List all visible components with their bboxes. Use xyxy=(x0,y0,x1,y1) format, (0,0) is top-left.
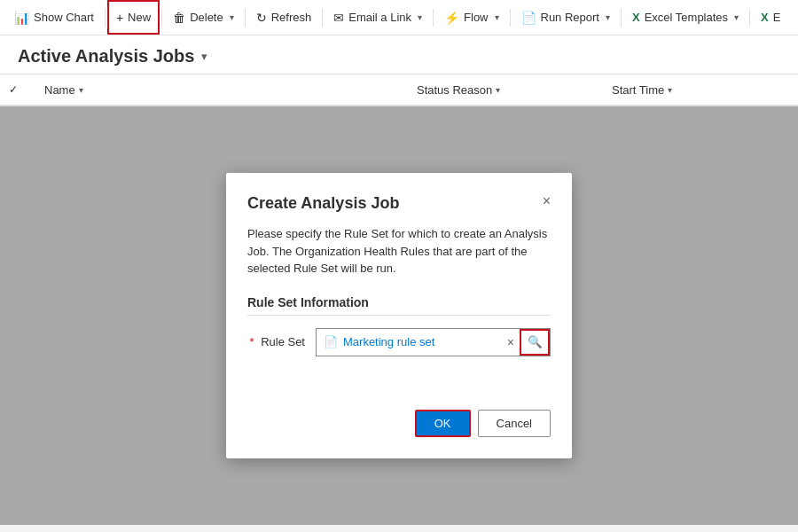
separator-6 xyxy=(510,9,511,27)
modal-overlay: Create Analysis Job × Please specify the… xyxy=(0,106,798,525)
dialog-header: Create Analysis Job × xyxy=(247,194,551,213)
new-button[interactable]: + New xyxy=(107,0,160,35)
excel-dropdown-icon: ▾ xyxy=(734,12,739,22)
email-dropdown-icon: ▾ xyxy=(418,12,422,22)
delete-icon: 🗑 xyxy=(173,11,185,25)
checkmark-icon: ✓ xyxy=(9,83,18,96)
search-icon: 🔍 xyxy=(528,335,543,348)
field-label-text: Rule Set xyxy=(261,335,305,348)
separator-7 xyxy=(621,9,622,27)
page-header: Active Analysis Jobs ▾ xyxy=(0,35,798,74)
dialog-close-button[interactable]: × xyxy=(543,194,551,208)
separator-1 xyxy=(105,9,106,27)
separator-5 xyxy=(433,9,434,27)
show-chart-button[interactable]: 📊 Show Chart xyxy=(5,0,103,35)
excel-export-icon: X xyxy=(761,11,769,24)
status-column-label: Status Reason xyxy=(417,83,492,97)
separator-4 xyxy=(322,9,323,27)
page-title: Active Analysis Jobs xyxy=(18,46,194,66)
delete-button[interactable]: 🗑 Delete ▾ xyxy=(164,0,243,35)
ok-button[interactable]: OK xyxy=(415,410,471,437)
flow-dropdown-icon: ▾ xyxy=(495,12,499,22)
dialog-title: Create Analysis Job xyxy=(247,194,399,213)
separator-8 xyxy=(749,9,750,27)
refresh-icon: ↻ xyxy=(256,11,267,25)
dialog-section-title: Rule Set Information xyxy=(247,295,551,316)
excel-icon: X xyxy=(632,11,640,24)
name-column-label: Name xyxy=(44,83,75,97)
rule-set-search-button[interactable]: 🔍 xyxy=(520,329,550,356)
report-icon: 📄 xyxy=(521,11,536,25)
email-icon: ✉ xyxy=(333,11,344,25)
name-sort-icon: ▾ xyxy=(79,85,83,95)
excel-export-label: E xyxy=(773,11,781,24)
start-sort-icon: ▾ xyxy=(668,85,672,95)
name-column-header[interactable]: Name ▾ xyxy=(44,83,417,97)
rule-set-input-container: 📄 Marketing rule set × 🔍 xyxy=(316,328,551,356)
excel-templates-label: Excel Templates xyxy=(645,11,728,24)
refresh-button[interactable]: ↻ Refresh xyxy=(247,0,321,35)
status-sort-icon: ▾ xyxy=(496,85,500,95)
required-marker: * xyxy=(249,335,254,348)
rule-set-clear-button[interactable]: × xyxy=(502,335,520,349)
start-time-column-header[interactable]: Start Time ▾ xyxy=(612,83,789,97)
excel-export-button[interactable]: X E xyxy=(752,0,789,35)
separator-2 xyxy=(161,9,162,27)
refresh-label: Refresh xyxy=(271,11,312,24)
flow-button[interactable]: ⚡ Flow ▾ xyxy=(435,0,507,35)
flow-icon: ⚡ xyxy=(444,11,459,25)
toolbar: 📊 Show Chart + New 🗑 Delete ▾ ↻ Refresh … xyxy=(0,0,798,35)
flow-label: Flow xyxy=(464,11,488,24)
show-chart-label: Show Chart xyxy=(34,11,94,24)
plus-icon: + xyxy=(116,11,123,25)
separator-3 xyxy=(245,9,246,27)
main-content: Create Analysis Job × Please specify the… xyxy=(0,106,798,525)
create-analysis-job-dialog: Create Analysis Job × Please specify the… xyxy=(226,173,572,458)
run-report-label: Run Report xyxy=(541,11,599,24)
rule-set-field: * Rule Set 📄 Marketing rule set × 🔍 xyxy=(247,328,551,356)
cancel-button[interactable]: Cancel xyxy=(478,410,551,437)
check-column: ✓ xyxy=(9,83,44,96)
run-report-dropdown-icon: ▾ xyxy=(606,12,610,22)
rule-set-value[interactable]: 📄 Marketing rule set xyxy=(317,335,502,348)
page-title-dropdown-icon[interactable]: ▾ xyxy=(201,50,207,63)
run-report-button[interactable]: 📄 Run Report ▾ xyxy=(512,0,619,35)
delete-dropdown-icon: ▾ xyxy=(230,12,234,22)
status-column-header[interactable]: Status Reason ▾ xyxy=(417,83,612,97)
rule-set-label: * Rule Set xyxy=(247,335,305,348)
dialog-description: Please specify the Rule Set for which to… xyxy=(247,225,551,278)
chart-icon: 📊 xyxy=(14,11,29,25)
rule-set-value-icon: 📄 xyxy=(324,335,338,348)
start-time-column-label: Start Time xyxy=(612,83,664,97)
delete-label: Delete xyxy=(190,11,223,24)
rule-set-value-text: Marketing rule set xyxy=(343,335,434,348)
excel-templates-button[interactable]: X Excel Templates ▾ xyxy=(623,0,747,35)
dialog-footer: OK Cancel xyxy=(247,410,551,437)
new-label: New xyxy=(128,11,151,24)
column-headers: ✓ Name ▾ Status Reason ▾ Start Time ▾ xyxy=(0,74,798,106)
email-link-button[interactable]: ✉ Email a Link ▾ xyxy=(325,0,431,35)
email-link-label: Email a Link xyxy=(348,11,411,24)
